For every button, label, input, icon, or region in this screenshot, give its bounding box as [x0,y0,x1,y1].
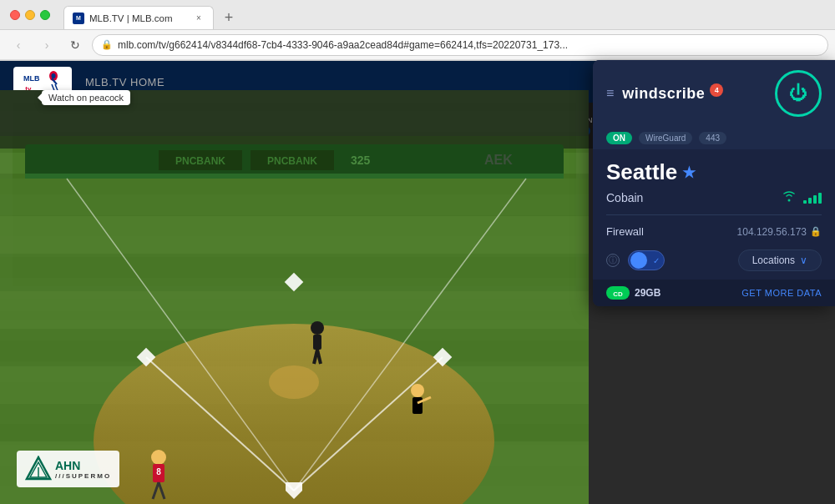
ws-header: ≡ windscribe 4 ⏻ [593,60,835,127]
signal-bar-4 [818,193,822,204]
browser-tabs: M MLB.TV | MLB.com × + [63,0,825,29]
svg-point-4 [52,73,56,78]
locations-button[interactable]: Locations ∨ [738,249,822,271]
ws-city: Seattle ★ [606,159,822,185]
get-more-data-button[interactable]: GET MORE DATA [741,288,822,298]
ahn-overlay: AHN ///SUPERMO [17,451,119,487]
maximize-button[interactable] [40,10,50,20]
data-remaining: 29GB [635,287,660,299]
locations-text: Locations [752,255,795,266]
back-button[interactable]: ‹ [7,33,30,57]
browser-toolbar: ‹ › ↻ 🔒 mlb.com/tv/g662414/v8344df68-7cb… [0,30,835,60]
signal-bars [803,192,822,204]
ws-logo-area: windscribe 4 [622,85,767,103]
address-bar[interactable]: 🔒 mlb.com/tv/g662414/v8344df68-7cb4-4333… [92,34,828,56]
svg-text:CD: CD [613,290,623,298]
signal-bar-1 [803,200,807,204]
firewall-label: Firewall [606,225,644,238]
ws-location-section: Seattle ★ Cobain [593,149,835,211]
ip-address: 104.129.56.173 🔒 [737,226,822,238]
tab-title: MLB.TV | MLB.com [89,13,188,23]
chevron-down-icon: ∨ [800,255,807,266]
divider-1 [606,214,822,215]
wifi-icon [782,190,797,204]
new-tab-button[interactable]: + [217,6,240,29]
ip-lock-icon: 🔒 [810,226,822,237]
on-badge: ON [606,132,632,144]
tab-close-button[interactable]: × [193,13,205,24]
signal-bar-2 [808,198,812,204]
info-icon[interactable]: ⓘ [606,254,620,267]
svg-point-31 [269,365,319,399]
svg-point-55 [788,199,791,202]
traffic-lights [10,10,50,20]
close-button[interactable] [10,10,20,20]
tab-favicon: M [73,13,84,24]
svg-point-44 [411,384,424,397]
svg-text:8: 8 [156,467,161,476]
browser-titlebar: M MLB.TV | MLB.com × + [0,0,835,30]
url-text: mlb.com/tv/g662414/v8344df68-7cb4-4333-9… [118,39,819,51]
svg-rect-41 [313,335,321,350]
port-badge: 443 [699,132,726,144]
svg-text:PNCBANK: PNCBANK [175,155,225,167]
svg-rect-15 [25,174,564,179]
toggle-thumb [630,252,647,269]
video-container: PNCBANK PNCBANK 325 AEK [0,90,589,504]
windscribe-panel: ≡ windscribe 4 ⏻ ON WireGuard 443 Seattl… [593,60,835,306]
svg-text:PNCBANK: PNCBANK [267,155,317,167]
ahn-logo: AHN ///SUPERMO [25,456,111,482]
browser-chrome: M MLB.TV | MLB.com × + ‹ › ↻ 🔒 mlb.com/t… [0,0,835,61]
svg-point-40 [311,321,324,335]
ws-data-left: CD 29GB [606,286,660,300]
ws-status-bar: ON WireGuard 443 [593,127,835,149]
notification-badge: 4 [710,83,723,97]
data-icon: CD [606,286,630,300]
ws-logo-text: windscribe [622,85,705,103]
ahn-text: AHN [55,459,111,472]
firewall-toggle[interactable]: ✓ [628,250,665,270]
svg-rect-45 [412,397,423,414]
ws-server-name: Cobain [606,191,775,204]
svg-text:325: 325 [351,154,371,167]
refresh-button[interactable]: ↻ [63,33,87,57]
power-button[interactable]: ⏻ [775,70,822,117]
svg-point-47 [151,450,166,465]
ws-firewall-row: Firewall 104.129.56.173 🔒 [593,219,835,244]
ws-server-row: Cobain [606,190,822,204]
ws-toggle-row: ⓘ ✓ Locations ∨ [593,244,835,280]
signal-bar-3 [813,195,817,204]
svg-rect-22 [0,179,589,216]
favorite-star[interactable]: ★ [682,164,696,182]
svg-rect-23 [0,216,589,254]
minimize-button[interactable] [25,10,35,20]
tooltip-arrow [38,93,42,102]
supermo-text: ///SUPERMO [55,472,111,480]
power-icon: ⏻ [789,83,807,104]
svg-text:AEK: AEK [484,153,513,167]
ws-footer: CD 29GB GET MORE DATA [593,280,835,306]
ahn-logo-svg [25,456,52,482]
mlb-nav-title: MLB.TV HOME [85,76,164,88]
toggle-check: ✓ [653,256,660,265]
menu-icon[interactable]: ≡ [606,86,614,101]
svg-rect-25 [0,291,589,329]
forward-button[interactable]: › [35,33,58,57]
ahn-brand-text: AHN ///SUPERMO [55,459,111,480]
peacock-tooltip: Watch on peacock [42,90,130,105]
active-tab[interactable]: M MLB.TV | MLB.com × [63,6,214,29]
baseball-field-svg: PNCBANK PNCBANK 325 AEK [0,90,589,504]
lock-icon: 🔒 [101,39,113,50]
protocol-badge: WireGuard [639,132,692,144]
svg-text:MLB: MLB [23,74,40,83]
